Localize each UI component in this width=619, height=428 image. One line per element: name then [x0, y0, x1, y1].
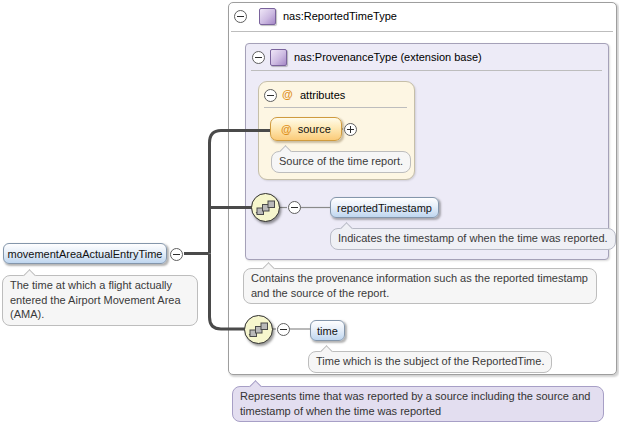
type-doc-tooltip: Represents time that was reported by a s… — [232, 386, 604, 422]
collapse-toggle-icon[interactable] — [264, 89, 277, 102]
type-doc-text: Represents time that was reported by a s… — [240, 390, 590, 417]
sequence-glyph — [248, 319, 269, 340]
sequence-compositor-icon[interactable] — [244, 315, 273, 344]
collapse-toggle-icon[interactable] — [288, 201, 301, 214]
element-reported-timestamp[interactable]: reportedTimestamp — [330, 197, 439, 218]
time-doc-text: Time which is the subject of the Reporte… — [316, 355, 544, 367]
root-doc-tooltip: The time at which a flight actually ente… — [2, 275, 198, 326]
collapse-toggle-icon[interactable] — [252, 51, 265, 64]
attribute-name: source — [298, 123, 331, 135]
attributes-label: attributes — [300, 89, 345, 101]
collapse-toggle-icon[interactable] — [234, 10, 247, 23]
attribute-source[interactable]: @ source — [270, 117, 342, 141]
element-movement-area-actual-entry-time[interactable]: movementAreaActualEntryTime — [3, 243, 167, 264]
sequence-glyph — [255, 197, 276, 218]
attribute-at-icon: @ — [282, 88, 293, 100]
provenance-doc-tooltip: Contains the provenance information such… — [243, 268, 597, 304]
attribute-at-icon: @ — [281, 123, 292, 135]
collapse-toggle-icon[interactable] — [170, 248, 183, 261]
collapse-toggle-icon[interactable] — [277, 323, 290, 336]
complex-type-icon — [259, 8, 276, 25]
source-doc-tooltip: Source of the time report. — [271, 151, 411, 173]
reported-timestamp-doc-text: Indicates the timestamp of when the time… — [338, 232, 608, 244]
sequence-compositor-icon[interactable] — [251, 193, 280, 222]
reported-timestamp-doc-tooltip: Indicates the timestamp of when the time… — [330, 228, 616, 250]
type-title: nas:ReportedTimeType — [283, 10, 397, 22]
source-doc-text: Source of the time report. — [279, 155, 403, 167]
extension-base-title: nas:ProvenanceType (extension base) — [294, 51, 482, 63]
root-doc-text: The time at which a flight actually ente… — [10, 279, 181, 320]
header-separator — [231, 31, 613, 32]
time-doc-tooltip: Time which is the subject of the Reporte… — [308, 351, 552, 373]
expand-plus-icon[interactable] — [344, 123, 357, 136]
header-separator — [264, 107, 407, 108]
element-time[interactable]: time — [310, 320, 345, 341]
provenance-doc-text: Contains the provenance information such… — [251, 272, 588, 299]
complex-type-icon — [270, 49, 287, 66]
schema-diagram: nas:ReportedTimeType nas:ProvenanceType … — [0, 0, 619, 428]
header-separator — [251, 70, 602, 71]
